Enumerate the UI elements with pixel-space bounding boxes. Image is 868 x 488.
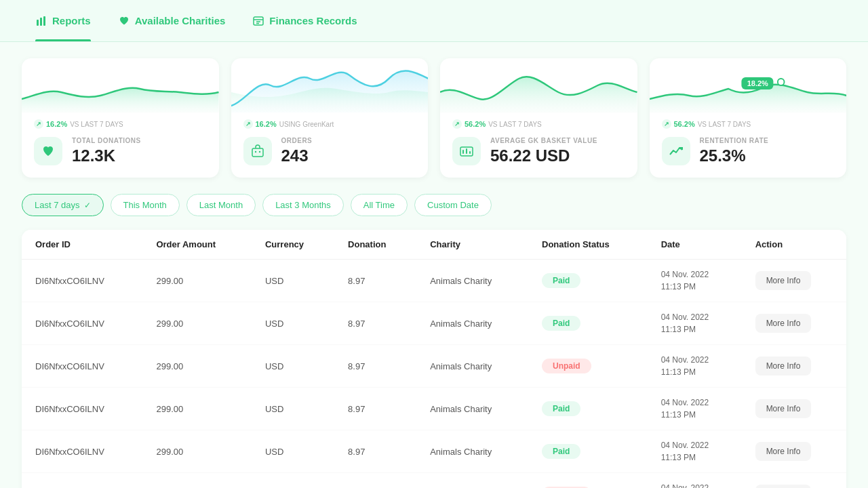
cell-date: 04 Nov. 202211:13 PM bbox=[648, 430, 742, 473]
card-basket-metric: ↗ 56.2% VS LAST 7 DAYS bbox=[452, 119, 625, 129]
donations-icon-wrap bbox=[34, 137, 62, 165]
more-info-button[interactable]: More Info bbox=[755, 399, 812, 418]
cell-charity: Animals Charity bbox=[416, 302, 528, 345]
card-basket-vs: VS LAST 7 DAYS bbox=[488, 121, 542, 128]
more-info-button[interactable]: More Info bbox=[755, 442, 812, 461]
card-total-donations: ↗ 16.2% VS LAST 7 DAYS TOTAL DONATIONS 1… bbox=[22, 58, 219, 178]
cell-currency: USD bbox=[252, 388, 334, 430]
cell-order-id: DI6NfxxCO6ILNV bbox=[22, 260, 142, 302]
svg-point-14 bbox=[777, 79, 784, 85]
status-badge: Unpaid bbox=[542, 359, 591, 373]
cell-donation: 8.97 bbox=[334, 388, 416, 430]
filter-alltime[interactable]: All Time bbox=[351, 194, 408, 216]
card-donations-percent: 16.2% bbox=[46, 120, 67, 128]
nav-finances[interactable]: Finances Records bbox=[239, 0, 370, 41]
cell-date: 04 Nov. 202211:13 PM bbox=[648, 260, 742, 302]
table-header: Order ID Order Amount Currency Donation … bbox=[22, 230, 846, 260]
card-retention-percent: 56.2% bbox=[674, 120, 695, 128]
card-orders-info: ORDERS 243 bbox=[281, 137, 313, 165]
nav-finances-label: Finances Records bbox=[269, 15, 357, 26]
cell-status: Paid bbox=[528, 260, 648, 302]
card-basket-percent: 56.2% bbox=[465, 120, 486, 128]
filter-last3months[interactable]: Last 3 Months bbox=[262, 194, 344, 216]
svg-rect-1 bbox=[40, 18, 42, 26]
svg-rect-2 bbox=[43, 16, 45, 26]
more-info-button[interactable]: More Info bbox=[755, 485, 812, 488]
card-retention-bottom: RENTENTION RATE 25.3% bbox=[662, 137, 835, 165]
card-orders-percent: 16.2% bbox=[256, 120, 277, 128]
cell-currency: USD bbox=[252, 302, 334, 345]
card-basket-value: 56.22 USD bbox=[490, 146, 597, 165]
nav-reports[interactable]: Reports bbox=[22, 0, 104, 41]
cell-charity: Animals Charity bbox=[416, 260, 528, 302]
arrow-up-icon: ↗ bbox=[34, 119, 43, 129]
cell-amount: 299.00 bbox=[142, 473, 252, 489]
card-orders-label: ORDERS bbox=[281, 137, 313, 144]
main-nav: Reports Available Charities Finances Rec… bbox=[0, 0, 868, 42]
card-basket-bottom: AVERAGE GK BASKET VALUE 56.22 USD bbox=[452, 137, 625, 165]
cell-donation: 8.97 bbox=[334, 260, 416, 302]
filter-thismonth[interactable]: This Month bbox=[111, 194, 180, 216]
cell-currency: USD bbox=[252, 260, 334, 302]
svg-point-9 bbox=[258, 151, 260, 152]
nav-reports-label: Reports bbox=[52, 15, 91, 26]
cell-order-id: DI6NfxxCO6ILNV bbox=[22, 302, 142, 345]
cell-amount: 299.00 bbox=[142, 388, 252, 430]
filter-lastmonth[interactable]: Last Month bbox=[186, 194, 256, 216]
card-orders-bottom: ORDERS 243 bbox=[243, 137, 416, 165]
more-info-button[interactable]: More Info bbox=[755, 314, 812, 333]
svg-rect-12 bbox=[466, 148, 467, 154]
card-donations-bottom: TOTAL DONATIONS 12.3K bbox=[34, 137, 207, 165]
table-row: DI6NfxxCO6ILNV 299.00 USD 8.97 Animals C… bbox=[22, 345, 846, 388]
filter-last7[interactable]: Last 7 days ✓ bbox=[22, 194, 104, 216]
cell-action: More Info bbox=[742, 430, 846, 473]
basket-icon-wrap bbox=[452, 137, 481, 165]
filter-lastmonth-label: Last Month bbox=[199, 200, 243, 210]
retention-icon-wrap bbox=[662, 137, 690, 165]
filter-row: Last 7 days ✓ This Month Last Month Last… bbox=[22, 194, 846, 216]
cell-status: Paid bbox=[528, 388, 648, 430]
cell-action: More Info bbox=[742, 388, 846, 430]
card-donations-metric: ↗ 16.2% VS LAST 7 DAYS bbox=[34, 119, 207, 129]
table-body: DI6NfxxCO6ILNV 299.00 USD 8.97 Animals C… bbox=[22, 260, 846, 489]
sparkline-donations bbox=[22, 58, 219, 113]
cell-order-id: DI6NfxxCO6ILNV bbox=[22, 388, 142, 430]
card-retention-metric: ↗ 56.2% VS LAST 7 DAYS bbox=[662, 119, 835, 129]
cell-amount: 299.00 bbox=[142, 260, 252, 302]
sparkline-orders bbox=[231, 58, 429, 113]
card-retention-label: RENTENTION RATE bbox=[700, 137, 769, 144]
card-avg-basket: ↗ 56.2% VS LAST 7 DAYS AVERAGE GK BASKET… bbox=[440, 58, 637, 178]
table-row: DI6NfxxCO6ILNV 299.00 USD 8.97 Animals C… bbox=[22, 302, 846, 345]
nav-charities[interactable]: Available Charities bbox=[104, 0, 239, 41]
cell-amount: 299.00 bbox=[142, 430, 252, 473]
more-info-button[interactable]: More Info bbox=[755, 357, 812, 375]
cell-date: 04 Nov. 202211:13 PM bbox=[648, 388, 742, 430]
card-donations-vs: VS LAST 7 DAYS bbox=[70, 121, 123, 128]
cell-date: 04 Nov. 202211:13 PM bbox=[648, 345, 742, 388]
filter-alltime-label: All Time bbox=[363, 200, 395, 210]
card-orders-value: 243 bbox=[281, 146, 313, 165]
stat-cards: ↗ 16.2% VS LAST 7 DAYS TOTAL DONATIONS 1… bbox=[22, 58, 846, 178]
svg-point-8 bbox=[254, 151, 256, 152]
table-row: DI6NfxxCO6ILNV 299.00 USD 8.97 Animals C… bbox=[22, 388, 846, 430]
filter-customdate[interactable]: Custom Date bbox=[414, 194, 492, 216]
cell-action: More Info bbox=[742, 302, 846, 345]
card-basket-label: AVERAGE GK BASKET VALUE bbox=[490, 137, 597, 144]
card-donations-label: TOTAL DONATIONS bbox=[72, 137, 141, 144]
cell-donation: 8.97 bbox=[334, 345, 416, 388]
orders-icon-wrap bbox=[243, 137, 272, 165]
arrow-up-icon-2: ↗ bbox=[243, 119, 253, 129]
card-orders: ↗ 16.2% USING GreenKart ORDERS 243 bbox=[231, 58, 429, 178]
col-currency: Currency bbox=[252, 230, 334, 260]
cell-date: 04 Nov. 202211:13 PM bbox=[648, 473, 742, 489]
card-orders-vs: USING GreenKart bbox=[279, 121, 334, 128]
filter-last3months-label: Last 3 Months bbox=[275, 200, 331, 210]
more-info-button[interactable]: More Info bbox=[755, 271, 812, 290]
svg-rect-7 bbox=[252, 148, 263, 157]
filter-last7-label: Last 7 days bbox=[35, 200, 80, 210]
main-content: ↗ 16.2% VS LAST 7 DAYS TOTAL DONATIONS 1… bbox=[0, 42, 868, 488]
cell-charity: Animals Charity bbox=[416, 473, 528, 489]
table-row: DI6NfxxCO6ILNV 299.00 USD 8.97 Animals C… bbox=[22, 473, 846, 489]
card-retention: 18.2% ↗ 56.2% VS LAST 7 DAYS RENTENTION … bbox=[650, 58, 847, 178]
svg-rect-0 bbox=[37, 20, 39, 26]
